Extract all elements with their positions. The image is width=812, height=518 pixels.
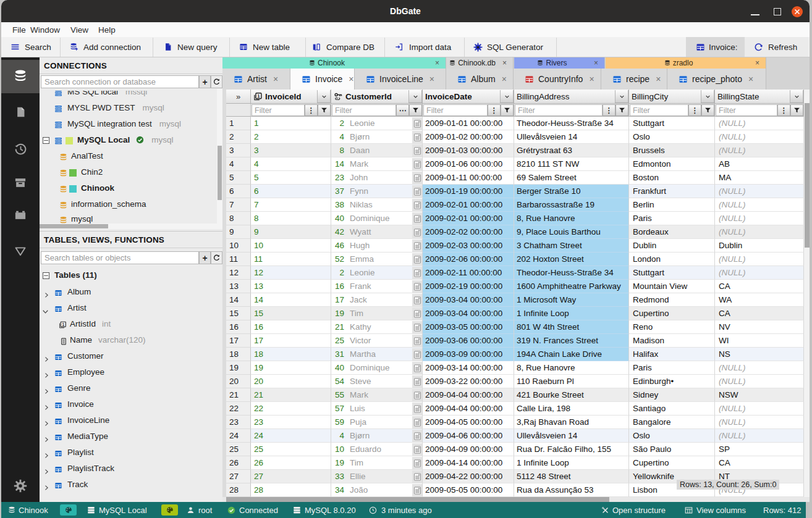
svg-text:1: 1 (62, 322, 65, 327)
svg-text:1: 1 (257, 93, 260, 99)
